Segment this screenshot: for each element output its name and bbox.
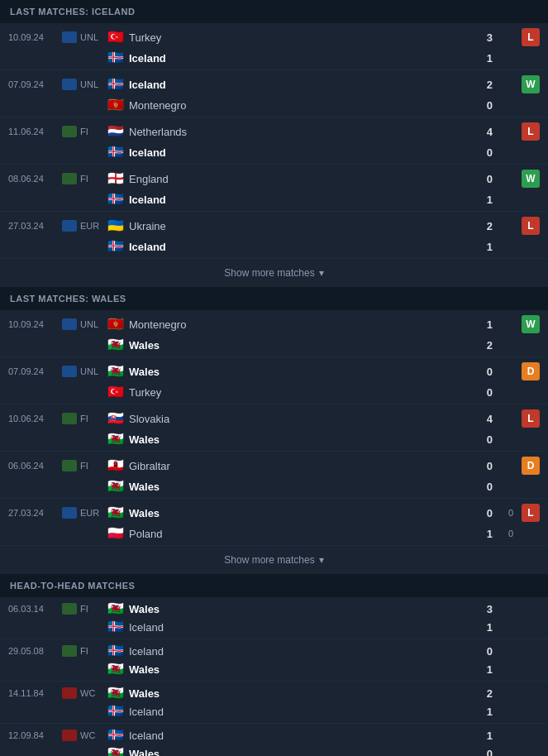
result-badge: D <box>522 457 540 475</box>
team2-score: 1 <box>468 194 493 206</box>
team2-score: 2 <box>468 339 493 352</box>
match-date: 11.06.24 <box>8 127 62 136</box>
result-badge: W <box>522 170 540 188</box>
team2-info: 🇲🇪 Montenegro <box>107 98 468 112</box>
match-row-pair: 11.06.24 FI 🇳🇱 Netherlands 4L 🇮🇸 Iceland… <box>0 117 548 165</box>
team2-row: 🇮🇸 Iceland 1 <box>0 237 548 258</box>
team1-row: 08.06.24 FI 🏴󠁧󠁢󠁥󠁮󠁧󠁿 England 0W <box>0 165 548 190</box>
team2-name: Iceland <box>129 621 164 634</box>
match-row-pair: 27.03.24 EUR 🇺🇦 Ukraine 2L 🇮🇸 Iceland 1 <box>0 212 548 259</box>
match-row-pair: 10.09.24 UNL 🇹🇷 Turkey 3L 🇮🇸 Iceland 1 <box>0 23 548 70</box>
team2-score: 1 <box>468 241 493 253</box>
competition-label: UNL <box>80 366 98 376</box>
team2-score: 0 <box>468 748 493 757</box>
competition-label: EUR <box>80 221 99 231</box>
team1-info: 🇮🇸 Iceland <box>107 729 468 742</box>
iceland-section: LAST MATCHES: ICELAND10.09.24 UNL 🇹🇷 Tur… <box>0 0 548 287</box>
team1-name: Wales <box>129 507 160 519</box>
competition-label: UNL <box>80 319 98 329</box>
h2h-section: HEAD-TO-HEAD MATCHES06.03.14 FI 🏴󠁧󠁢󠁷󠁬󠁳󠁿 … <box>0 574 548 756</box>
team2-info: 🇮🇸 Iceland <box>107 620 468 634</box>
team2-name: Wales <box>129 433 160 446</box>
team2-row: 🏴󠁧󠁢󠁷󠁬󠁳󠁿 Wales 2 <box>0 336 548 356</box>
match-date: 06.03.14 <box>8 604 62 614</box>
section-header: LAST MATCHES: ICELAND <box>0 0 548 23</box>
team2-name: Poland <box>129 528 162 540</box>
team2-name: Wales <box>129 481 160 493</box>
team1-score: 3 <box>468 603 493 615</box>
match-date: 10.09.24 <box>8 32 62 42</box>
match-date: 27.03.24 <box>8 221 62 231</box>
competition-cell: WC <box>62 730 107 741</box>
team2-info: 🇮🇸 Iceland <box>107 146 468 159</box>
team1-row: 27.03.24 EUR 🏴󠁧󠁢󠁷󠁬󠁳󠁿 Wales 00L <box>0 499 548 524</box>
team1-row: 11.06.24 FI 🇳🇱 Netherlands 4L <box>0 117 548 143</box>
competition-cell: UNL <box>62 31 107 43</box>
competition-cell: FI <box>62 645 107 657</box>
match-row-pair: 08.06.24 FI 🏴󠁧󠁢󠁥󠁮󠁧󠁿 England 0W 🇮🇸 Icelan… <box>0 165 548 212</box>
competition-cell: FI <box>62 413 107 424</box>
competition-cell: UNL <box>62 366 107 377</box>
match-date: 08.06.24 <box>8 174 62 184</box>
team2-row: 🏴󠁧󠁢󠁷󠁬󠁳󠁿 Wales 0 <box>0 477 548 498</box>
match-date: 06.06.24 <box>8 461 62 471</box>
competition-label: FI <box>80 646 88 656</box>
match-date: 14.11.84 <box>8 688 62 698</box>
team2-info: 🏴󠁧󠁢󠁷󠁬󠁳󠁿 Wales <box>107 433 468 446</box>
match-date: 29.05.08 <box>8 646 62 656</box>
team2-name: Wales <box>129 339 160 352</box>
team2-info: 🏴󠁧󠁢󠁷󠁬󠁳󠁿 Wales <box>107 747 468 756</box>
show-more-button[interactable]: Show more matches ▾ <box>0 546 548 574</box>
team1-row: 12.09.84 WC 🇮🇸 Iceland 1 <box>0 724 548 744</box>
team2-score: 0 <box>468 99 493 112</box>
team1-name: Iceland <box>129 79 166 91</box>
team2-agg: 0 <box>493 529 513 538</box>
team1-name: England <box>129 173 169 185</box>
competition-label: UNL <box>80 79 98 89</box>
team1-row: 10.09.24 UNL 🇹🇷 Turkey 3L <box>0 23 548 49</box>
team2-name: Iceland <box>129 146 166 159</box>
team1-row: 27.03.24 EUR 🇺🇦 Ukraine 2L <box>0 212 548 237</box>
team1-score: 0 <box>468 366 493 378</box>
team1-score: 4 <box>468 413 493 425</box>
team2-name: Montenegro <box>129 99 186 112</box>
match-row-pair: 07.09.24 UNL 🇮🇸 Iceland 2W 🇲🇪 Montenegro… <box>0 70 548 117</box>
team2-row: 🏴󠁧󠁢󠁷󠁬󠁳󠁿 Wales 0 <box>0 430 548 451</box>
team2-info: 🇹🇷 Turkey <box>107 385 468 399</box>
team2-info: 🇮🇸 Iceland <box>107 705 468 718</box>
team1-row: 07.09.24 UNL 🇮🇸 Iceland 2W <box>0 70 548 96</box>
team1-info: 🏴󠁧󠁢󠁷󠁬󠁳󠁿 Wales <box>107 365 468 378</box>
team2-name: Iceland <box>129 241 166 253</box>
team1-row: 10.06.24 FI 🇸🇰 Slovakia 4L <box>0 404 548 430</box>
result-badge: L <box>522 122 540 141</box>
team1-score: 3 <box>468 31 493 44</box>
competition-label: FI <box>80 127 88 136</box>
competition-cell: WC <box>62 687 107 699</box>
team2-info: 🏴󠁧󠁢󠁷󠁬󠁳󠁿 Wales <box>107 480 468 493</box>
team1-agg: 0 <box>493 508 513 518</box>
team1-score: 4 <box>468 126 493 138</box>
competition-cell: UNL <box>62 318 107 330</box>
competition-label: FI <box>80 461 88 471</box>
team2-row: 🇮🇸 Iceland 1 <box>0 49 548 69</box>
wales-section: LAST MATCHES: WALES10.09.24 UNL 🇲🇪 Monte… <box>0 287 548 574</box>
competition-cell: EUR <box>62 220 107 232</box>
competition-label: FI <box>80 414 88 423</box>
show-more-button[interactable]: Show more matches ▾ <box>0 259 548 287</box>
team1-info: 🇸🇰 Slovakia <box>107 412 468 425</box>
result-badge: W <box>522 315 540 333</box>
match-date: 07.09.24 <box>8 79 62 89</box>
match-row-pair: 14.11.84 WC 🏴󠁧󠁢󠁷󠁬󠁳󠁿 Wales 2 🇮🇸 Iceland 1 <box>0 682 548 724</box>
competition-label: FI <box>80 604 88 614</box>
section-header: LAST MATCHES: WALES <box>0 287 548 310</box>
competition-label: UNL <box>80 32 98 42</box>
team1-name: Iceland <box>129 730 164 742</box>
team2-info: 🏴󠁧󠁢󠁷󠁬󠁳󠁿 Wales <box>107 663 468 676</box>
competition-label: FI <box>80 174 88 184</box>
match-row-pair: 06.03.14 FI 🏴󠁧󠁢󠁷󠁬󠁳󠁿 Wales 3 🇮🇸 Iceland 1 <box>0 597 548 639</box>
team1-row: 10.09.24 UNL 🇲🇪 Montenegro 1W <box>0 310 548 336</box>
team2-score: 1 <box>468 706 493 718</box>
team1-name: Wales <box>129 366 160 378</box>
match-row-pair: 06.06.24 FI 🇬🇮 Gibraltar 0D 🏴󠁧󠁢󠁷󠁬󠁳󠁿 Wale… <box>0 452 548 499</box>
team1-name: Gibraltar <box>129 460 170 472</box>
